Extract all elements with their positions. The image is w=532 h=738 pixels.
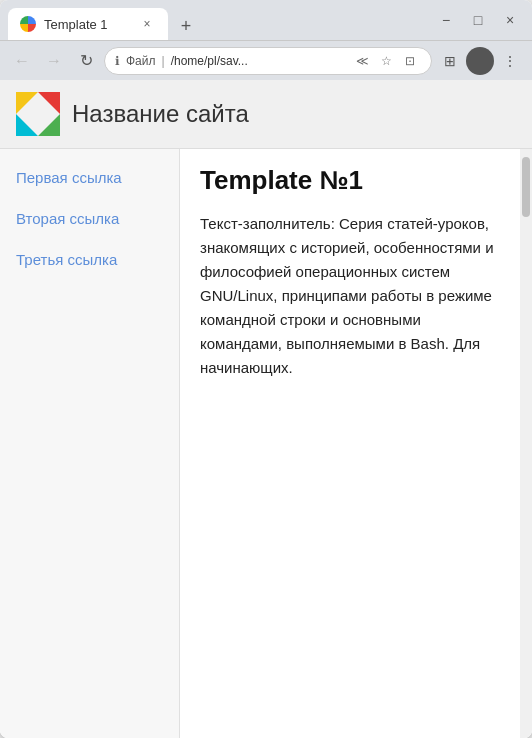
- site-logo: [16, 92, 60, 136]
- tab-favicon: [20, 16, 36, 32]
- address-path: /home/pl/sav...: [171, 54, 248, 68]
- article-body: Текст-заполнитель: Серия статей-уроков, …: [200, 212, 500, 380]
- back-button[interactable]: ←: [8, 47, 36, 75]
- scrollbar-thumb[interactable]: [522, 157, 530, 217]
- address-bar[interactable]: ℹ Файл | /home/pl/sav... ≪ ☆ ⊡: [104, 47, 432, 75]
- nav-bar: ← → ↻ ℹ Файл | /home/pl/sav... ≪ ☆ ⊡ ⊞ ⋮: [0, 40, 532, 80]
- nav-link-3[interactable]: Третья ссылка: [16, 251, 163, 268]
- site-title-text: Название сайта: [72, 100, 249, 128]
- nav-link-2[interactable]: Вторая ссылка: [16, 210, 163, 227]
- file-protocol: Файл: [126, 54, 156, 68]
- nav-extras: ⊞ ⋮: [436, 47, 524, 75]
- tab-title: Template 1: [44, 17, 130, 32]
- tab-close-button[interactable]: ×: [138, 15, 156, 33]
- active-tab[interactable]: Template 1 ×: [8, 8, 168, 40]
- browser-window: Template 1 × + − □ × ← → ↻ ℹ Файл | /hom…: [0, 0, 532, 738]
- menu-button[interactable]: ⋮: [496, 47, 524, 75]
- forward-button[interactable]: →: [40, 47, 68, 75]
- extensions-icon[interactable]: ⊡: [399, 50, 421, 72]
- bookmark-reading-list-icon[interactable]: ≪: [351, 50, 373, 72]
- window-controls: − □ ×: [432, 6, 524, 34]
- profile-button[interactable]: [466, 47, 494, 75]
- close-button[interactable]: ×: [496, 6, 524, 34]
- address-actions: ≪ ☆ ⊡: [351, 50, 421, 72]
- nav-link-1[interactable]: Первая ссылка: [16, 169, 163, 186]
- maximize-button[interactable]: □: [464, 6, 492, 34]
- article-area: Template №1 Текст-заполнитель: Серия ста…: [180, 149, 520, 738]
- site-header: Название сайта: [0, 80, 532, 149]
- info-icon: ℹ: [115, 54, 120, 68]
- main-layout: Первая ссылка Вторая ссылка Третья ссылк…: [0, 149, 532, 738]
- tab-area: Template 1 × +: [8, 0, 428, 40]
- new-tab-button[interactable]: +: [172, 12, 200, 40]
- bookmark-icon[interactable]: ☆: [375, 50, 397, 72]
- address-separator: |: [162, 54, 165, 68]
- extensions-button[interactable]: ⊞: [436, 47, 464, 75]
- article-title: Template №1: [200, 165, 500, 196]
- title-bar: Template 1 × + − □ ×: [0, 0, 532, 40]
- page-content: Название сайта Первая ссылка Вторая ссыл…: [0, 80, 532, 738]
- sidebar: Первая ссылка Вторая ссылка Третья ссылк…: [0, 149, 180, 738]
- minimize-button[interactable]: −: [432, 6, 460, 34]
- scrollbar-track[interactable]: [520, 149, 532, 738]
- refresh-button[interactable]: ↻: [72, 47, 100, 75]
